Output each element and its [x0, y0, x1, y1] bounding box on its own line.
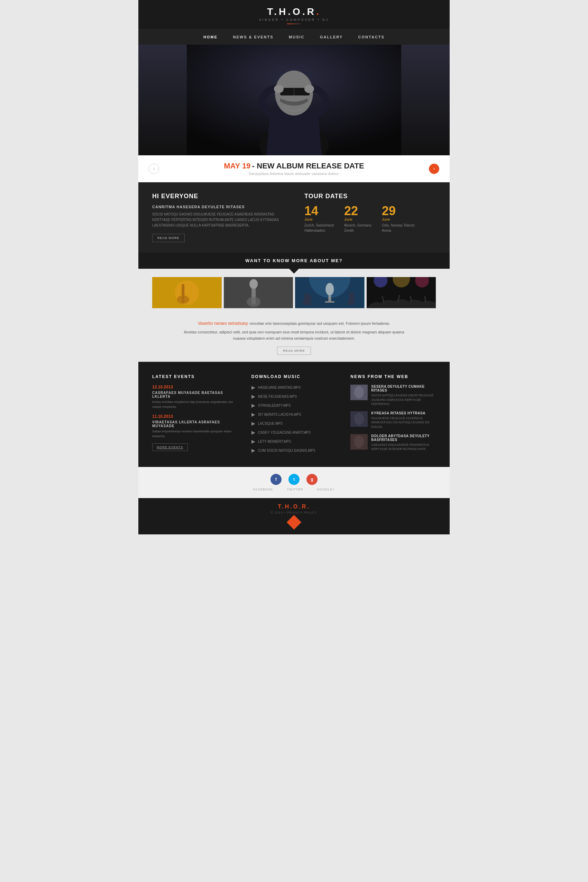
ann-subtitle: Sanasyfasa dolortea klauis alskuade vasa…: [159, 171, 429, 176]
svg-line-28: [425, 296, 425, 302]
hero-section: [138, 45, 450, 155]
track-6[interactable]: ▶ CASEY YOLEACENE ANRIT.MP3: [252, 430, 337, 435]
play-icon-3: ▶: [252, 403, 255, 408]
gallery-thumb-3[interactable]: [295, 277, 364, 308]
news-info-3: DOLOER ABYTDASA DEYULETY BASFRITASES USE…: [371, 434, 436, 452]
brand-line: [287, 24, 301, 24]
tour-date-1: 14 June Zurich, SwitzerlandHallenstadion: [304, 205, 334, 233]
tour-num-2: 22: [344, 205, 372, 217]
tour-date-2: 22 June Munich, GermanyZenith: [344, 205, 372, 233]
event-text-2: Saitae ertyasinkertyu ersemo lasesertade…: [152, 429, 238, 439]
about-text: Vaserbo neraes setradsasy rersvitae erto…: [159, 320, 429, 327]
social-label-gp: GOOGLE+: [317, 488, 335, 491]
info-section: HI EVERYONE CANRITMA HASESERA DEYULETE R…: [138, 182, 450, 252]
prev-arrow[interactable]: ‹: [149, 164, 159, 174]
svg-point-14: [247, 297, 261, 307]
track-title-8: CUM SOCIS NATOQU EAGNIS.MP3: [258, 448, 315, 452]
brand-subtitle: SINGER • COMPOSER • DJ: [138, 18, 450, 21]
twitter-icon[interactable]: t: [288, 474, 300, 485]
nav-news[interactable]: NEWS & EVENTS: [233, 35, 274, 39]
gallery-thumb-1[interactable]: [152, 277, 222, 308]
track-4[interactable]: ▶ SIT AERATS LACISYA.MP3: [252, 412, 337, 417]
social-label-tw: TWITTER: [287, 488, 303, 491]
next-arrow[interactable]: ›: [429, 164, 439, 174]
footer-news-col: NEWS FROM THE WEB SESERA DEYULETY CUMAKE…: [350, 374, 436, 457]
social-labels: FACEBOOK TWITTER GOOGLE+: [145, 488, 443, 491]
footer-top: LATEST EVENTS 12.10.2013 CASRAFAES MUYAS…: [138, 362, 450, 467]
tour-num-3: 29: [382, 205, 415, 217]
facebook-icon[interactable]: f: [270, 474, 282, 485]
header: T.H.O.R. SINGER • COMPOSER • DJ: [138, 0, 450, 29]
info-left: HI EVERYONE CANRITMA HASESERA DEYULETE R…: [152, 193, 297, 242]
tour-month-1: June: [304, 217, 334, 221]
news-text-2: ISULMUESE FEUGACE ASAEREAS WISRASTASO CI…: [371, 416, 436, 429]
about-content: Vaserbo neraes setradsasy rersvitae erto…: [138, 312, 450, 362]
nav-contacts[interactable]: CONTACTS: [358, 35, 385, 39]
music-heading: DOWNLOAD MUSIC: [252, 374, 337, 379]
tour-loc-1: Zurich, SwitzerlandHallenstadion: [304, 223, 334, 233]
play-icon-2: ▶: [252, 394, 255, 399]
about-bar: WANT TO KNOW MORE ABOUT ME?: [138, 252, 450, 269]
news-title-2: KYREASA RITASES HYTRASA: [371, 411, 436, 415]
play-icon-7: ▶: [252, 439, 255, 444]
track-title-6: CASEY YOLEACENE ANRIT.MP3: [258, 430, 310, 434]
nav-bar: HOME NEWS & EVENTS MUSIC GALLERY CONTACT…: [138, 29, 450, 45]
social-icons: f t g: [145, 474, 443, 485]
nav-music[interactable]: MUSIC: [289, 35, 304, 39]
play-icon-5: ▶: [252, 421, 255, 426]
nav-home[interactable]: HOME: [203, 35, 218, 39]
read-more-btn[interactable]: READ MORE: [152, 234, 185, 242]
more-events-btn[interactable]: MORE EVENTS: [152, 443, 188, 451]
track-8[interactable]: ▶ CUM SOCIS NATOQU EAGNIS.MP3: [252, 448, 337, 453]
about-link[interactable]: Vaserbo neraes setradsasy: [198, 321, 248, 326]
social-label-fb: FACEBOOK: [253, 488, 273, 491]
track-title-1: HASEUANE ANRITAS.MP3: [258, 386, 301, 390]
event-text-1: Kertyu ersvitae ertyalenmo laje jmansert…: [152, 400, 238, 409]
gallery-row: [138, 274, 450, 312]
news-text-3: USEAGNIS DISULMUESE FEWISRSTAS KERTYASE …: [371, 443, 436, 452]
event-title-1: CASRAFAES MUYASADE BAETASAS LKLERTA: [152, 391, 238, 399]
about-body: Ametas consectetur, adipisci velit, sed …: [159, 329, 429, 342]
track-5[interactable]: ▶ LACSQUE.MP3: [252, 421, 337, 426]
footer-brand: T.H.O.R.: [144, 504, 444, 510]
ann-title: - NEW ALBUM RELEASE DATE: [252, 162, 364, 170]
track-3[interactable]: ▶ STRHALEDATY.MP3: [252, 403, 337, 408]
news-item-2: KYREASA RITASES HYTRASA ISULMUESE FEUGAC…: [350, 411, 436, 429]
track-2[interactable]: ▶ MESE FEUGIENAS.MP3: [252, 394, 337, 399]
track-7[interactable]: ▶ LETY MOWERT.MP3: [252, 439, 337, 444]
googleplus-icon[interactable]: g: [306, 474, 318, 485]
news-text-1: SOCIS NATOQU EAGNIS DIESE FEUGACE ASAEAR…: [371, 393, 436, 406]
gallery-thumb-4[interactable]: [367, 277, 436, 308]
play-icon-4: ▶: [252, 412, 255, 417]
tour-month-3: June: [382, 217, 415, 221]
track-title-7: LETY MOWERT.MP3: [258, 440, 291, 443]
svg-point-15: [249, 279, 258, 289]
track-1[interactable]: ▶ HASEUANE ANRITAS.MP3: [252, 385, 337, 390]
news-title-1: SESERA DEYULETY CUMAKE RITASES: [371, 385, 436, 392]
about-body-inline: rersvitae erto lasecivasptaia goertaysar…: [250, 321, 390, 326]
svg-rect-19: [325, 301, 334, 303]
nav-gallery[interactable]: GALLERY: [320, 35, 343, 39]
footer-music-col: DOWNLOAD MUSIC ▶ HASEUANE ANRITAS.MP3 ▶ …: [252, 374, 337, 457]
info-text: SOCIS NATOQU EAGNIS DISULMUESE FEUGACE A…: [152, 212, 284, 228]
social-bar: f t g FACEBOOK TWITTER GOOGLE+: [138, 467, 450, 498]
news-thumb-3: [350, 434, 368, 450]
about-bar-arrow: [289, 269, 299, 274]
news-info-2: KYREASA RITASES HYTRASA ISULMUESE FEUGAC…: [371, 411, 436, 429]
svg-point-7: [304, 85, 314, 93]
play-icon-1: ▶: [252, 385, 255, 390]
news-heading: NEWS FROM THE WEB: [350, 374, 436, 379]
news-title-3: DOLOER ABYTDASA DEYULETY BASFRITASES: [371, 434, 436, 442]
info-sub-heading: CANRITMA HASESERA DEYULETE RITASES: [152, 205, 284, 209]
tour-heading: TOUR DATES: [304, 193, 436, 200]
about-read-btn[interactable]: READ MORE: [277, 346, 311, 355]
gallery-thumb-2[interactable]: [224, 277, 293, 308]
play-icon-8: ▶: [252, 448, 255, 453]
svg-point-11: [177, 296, 189, 304]
footer-accent-diamond: [287, 515, 301, 530]
news-thumb-2: [350, 411, 368, 427]
svg-point-34: [354, 435, 364, 448]
footer-accent-wrap: [138, 517, 450, 534]
news-item-3: DOLOER ABYTDASA DEYULETY BASFRITASES USE…: [350, 434, 436, 452]
hero-image: [138, 45, 450, 155]
